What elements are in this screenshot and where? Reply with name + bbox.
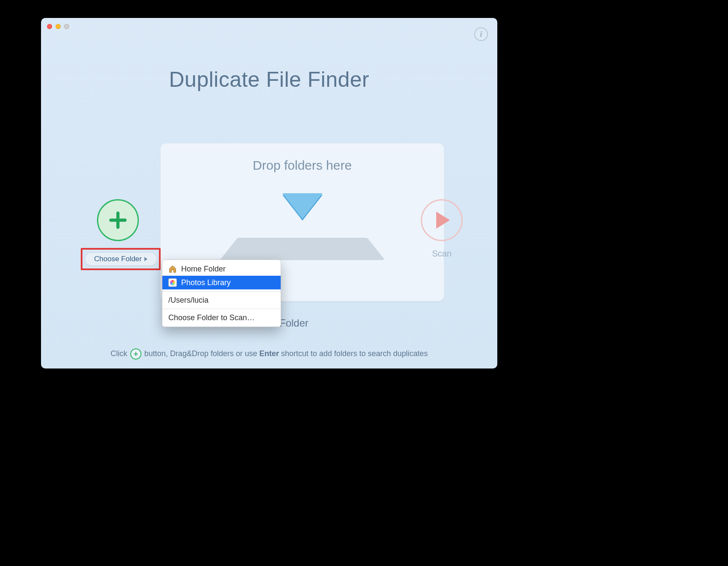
close-icon[interactable] [47,24,52,29]
info-icon: i [480,30,482,39]
choose-folder-label: Choose Folder [94,255,142,263]
stage: i Duplicate File Finder Drop folders her… [0,0,728,566]
home-icon [168,265,177,273]
app-window: i Duplicate File Finder Drop folders her… [41,18,497,368]
menu-item-label: Home Folder [181,265,226,274]
menu-item-choose-folder[interactable]: Choose Folder to Scan… [162,311,281,324]
drop-zone-title: Drop folders here [161,158,444,173]
scan-label: Scan [420,249,464,259]
scan-button[interactable] [421,199,463,241]
menu-separator [162,309,281,309]
add-folder-button[interactable] [97,199,139,241]
minimize-icon[interactable] [56,24,61,29]
plus-icon-inline [130,348,141,360]
choose-folder-highlight: Choose Folder [81,248,161,270]
chevron-right-icon [144,257,147,261]
menu-item-photos-library[interactable]: Photos Library [162,276,281,289]
menu-item-label: /Users/lucia [168,296,208,305]
plus-icon [109,211,127,230]
app-title: Duplicate File Finder [41,67,497,92]
info-button[interactable]: i [474,27,488,41]
menu-item-label: Photos Library [181,278,231,287]
choose-folder-button[interactable]: Choose Folder [85,252,157,266]
menu-item-label: Choose Folder to Scan… [168,313,255,322]
menu-item-recent-path[interactable]: /Users/lucia [162,293,281,307]
instruction-text: Click button, Drag&Drop folders or use E… [41,348,497,360]
zoom-icon[interactable] [64,24,69,29]
play-icon [436,212,450,229]
drop-arrow-icon [282,195,323,221]
photos-icon [168,278,177,287]
menu-separator [162,291,281,292]
drop-tray-icon [220,238,385,260]
menu-item-home-folder[interactable]: Home Folder [162,262,281,276]
choose-folder-menu: Home Folder Photos Library /Users/lucia … [162,259,281,327]
traffic-lights [47,24,69,29]
